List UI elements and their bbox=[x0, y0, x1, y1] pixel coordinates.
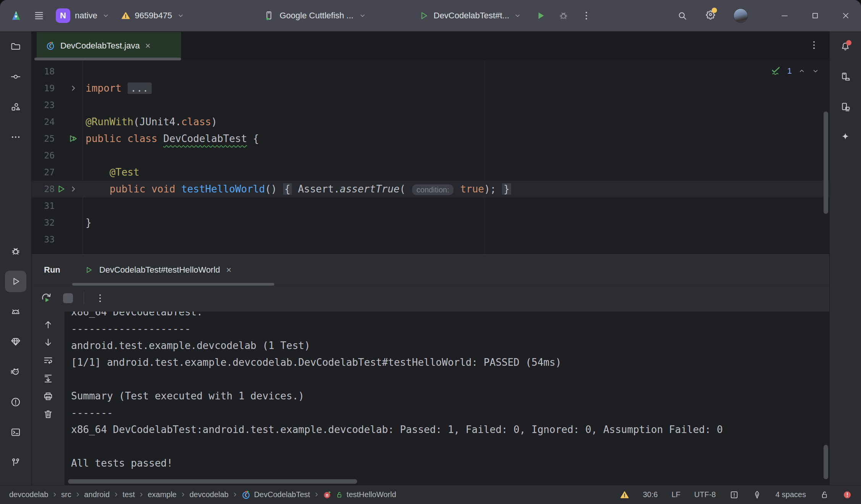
tool-problems[interactable] bbox=[5, 391, 26, 413]
encoding-widget[interactable]: UTF-8 bbox=[694, 490, 716, 499]
warning-icon[interactable] bbox=[620, 490, 629, 499]
maximize-icon bbox=[811, 11, 820, 20]
console-line: -------------------- bbox=[71, 320, 829, 337]
cursor-position-widget[interactable]: 30:6 bbox=[643, 490, 658, 499]
code-token: . bbox=[175, 116, 181, 128]
maximize-button[interactable] bbox=[800, 0, 830, 31]
run-panel-body: x86_64 DevCodelabTest:------------------… bbox=[32, 312, 829, 485]
more-actions-icon[interactable] bbox=[581, 10, 592, 21]
tool-gemini[interactable] bbox=[835, 126, 856, 148]
run-tab[interactable]: DevCodelabTest#testHelloWorld × bbox=[84, 265, 231, 275]
status-bar-widgets: 30:6 LF UTF-8 4 spaces bbox=[620, 490, 852, 499]
console-line: Summary (Test executed with 1 devices.) bbox=[71, 388, 829, 404]
stop-button[interactable] bbox=[63, 293, 73, 303]
tool-run[interactable] bbox=[5, 271, 26, 292]
fold-chevron-icon[interactable] bbox=[69, 84, 78, 93]
tool-device-manager[interactable] bbox=[835, 66, 856, 87]
code-token: () bbox=[265, 183, 283, 195]
tool-notifications[interactable] bbox=[835, 36, 856, 57]
close-button[interactable] bbox=[830, 0, 861, 31]
tool-structure[interactable] bbox=[5, 96, 26, 118]
main-menu-icon[interactable] bbox=[34, 10, 44, 21]
run-configuration-selector[interactable]: DevCodelabTest#t... bbox=[418, 10, 521, 21]
tool-debug[interactable] bbox=[5, 241, 26, 262]
project-selector[interactable]: N native bbox=[56, 8, 110, 23]
settings-button[interactable] bbox=[705, 9, 716, 22]
search-icon[interactable] bbox=[677, 10, 688, 21]
test-output-console[interactable]: x86_64 DevCodelabTest:------------------… bbox=[65, 312, 829, 485]
print-button[interactable] bbox=[41, 389, 55, 403]
editor-tab-bar: C DevCodelabTest.java × bbox=[32, 31, 829, 60]
code-editor[interactable]: 1819import ...2324@RunWith(JUnit4.class)… bbox=[32, 60, 829, 254]
minimize-button[interactable] bbox=[769, 0, 800, 31]
breadcrumb-item-android[interactable]: android bbox=[84, 490, 110, 499]
console-line: All tests passed! bbox=[71, 455, 829, 472]
line-separator-widget[interactable]: LF bbox=[672, 490, 680, 499]
run-gutter-icon[interactable] bbox=[57, 184, 66, 194]
code-token: import bbox=[86, 82, 128, 94]
tool-more-tool-windows[interactable] bbox=[5, 126, 26, 148]
tool-running-devices[interactable] bbox=[835, 96, 856, 118]
tool-project-folder[interactable] bbox=[5, 36, 26, 57]
inspections-widget[interactable]: 1 bbox=[770, 66, 819, 76]
code-line-27: 27 @Test bbox=[32, 164, 829, 181]
run-gutter-icon[interactable] bbox=[69, 134, 78, 143]
user-avatar[interactable] bbox=[733, 8, 748, 23]
device-selector[interactable]: Google Cuttlefish ... bbox=[264, 0, 366, 31]
breadcrumb-item-DevCodelabTest[interactable]: CDevCodelabTest bbox=[241, 490, 310, 499]
tool-logcat[interactable] bbox=[5, 301, 26, 322]
editor-vertical-scrollbar[interactable] bbox=[824, 111, 828, 214]
editor-tab-devcodelabtest[interactable]: C DevCodelabTest.java × bbox=[37, 32, 181, 60]
tool-terminal[interactable] bbox=[5, 422, 26, 443]
tool-app-quality-insights[interactable] bbox=[5, 331, 26, 352]
clear-console-button[interactable] bbox=[41, 407, 55, 421]
lock-icon[interactable] bbox=[820, 490, 829, 499]
sparkle-icon bbox=[840, 132, 851, 142]
breadcrumb-separator: › bbox=[233, 490, 236, 500]
breadcrumb-item-src[interactable]: src bbox=[61, 490, 71, 499]
tab-strip-scrollbar[interactable] bbox=[34, 58, 181, 60]
breadcrumb-item-example[interactable]: example bbox=[148, 490, 177, 499]
code-token: condition: bbox=[412, 184, 453, 195]
error-notification-icon[interactable] bbox=[843, 490, 852, 499]
prev-problem-icon[interactable] bbox=[798, 67, 806, 75]
breadcrumb-item-devcodelab[interactable]: devcodelab bbox=[9, 490, 48, 499]
fold-chevron-icon[interactable] bbox=[69, 184, 78, 194]
pen-icon[interactable] bbox=[753, 490, 762, 499]
console-more-options-icon[interactable] bbox=[95, 293, 105, 304]
breadcrumb-separator: › bbox=[140, 490, 143, 500]
console-line bbox=[71, 371, 829, 388]
title-bar: N native 9659b475 Google Cuttlefish ... … bbox=[0, 0, 861, 31]
run-button[interactable] bbox=[535, 10, 546, 21]
tool-commit[interactable] bbox=[5, 66, 26, 87]
vcs-branch-selector[interactable]: 9659b475 bbox=[121, 11, 184, 21]
debug-button[interactable] bbox=[558, 10, 569, 21]
tab-options-icon[interactable] bbox=[809, 40, 819, 50]
code-line-25: 25public class DevCodelabTest { bbox=[32, 130, 829, 147]
tab-close-icon[interactable]: × bbox=[145, 40, 151, 51]
next-problem-icon[interactable] bbox=[812, 67, 819, 75]
breadcrumb-item-devcodelab[interactable]: devcodelab bbox=[189, 490, 228, 499]
tool-profiler[interactable] bbox=[5, 361, 26, 383]
window-controls bbox=[769, 0, 861, 31]
run-tab-close-icon[interactable]: × bbox=[226, 265, 231, 275]
scroll-down-button[interactable] bbox=[41, 336, 55, 349]
highlighting-level-icon[interactable] bbox=[730, 490, 739, 499]
console-toolbar bbox=[32, 312, 65, 485]
breadcrumb-item-test[interactable]: test bbox=[123, 490, 135, 499]
console-horizontal-scrollbar[interactable] bbox=[68, 479, 357, 484]
code-token bbox=[86, 183, 110, 195]
console-vertical-scrollbar[interactable] bbox=[824, 445, 828, 479]
soft-wrap-button[interactable] bbox=[41, 354, 55, 367]
indent-widget[interactable]: 4 spaces bbox=[775, 490, 806, 499]
console-lines: x86_64 DevCodelabTest:------------------… bbox=[65, 312, 829, 472]
code-token: assertTrue bbox=[340, 183, 400, 195]
tool-version-control[interactable] bbox=[5, 452, 26, 473]
device-phone-icon bbox=[264, 10, 274, 21]
breadcrumb-item-testHelloWorld[interactable]: mtestHelloWorld bbox=[323, 490, 396, 499]
rerun-button[interactable] bbox=[40, 292, 52, 304]
scroll-up-button[interactable] bbox=[41, 318, 55, 331]
breadcrumb-label: devcodelab bbox=[189, 490, 228, 499]
scroll-to-end-button[interactable] bbox=[41, 372, 55, 385]
run-tab-scrollbar[interactable] bbox=[72, 283, 274, 286]
